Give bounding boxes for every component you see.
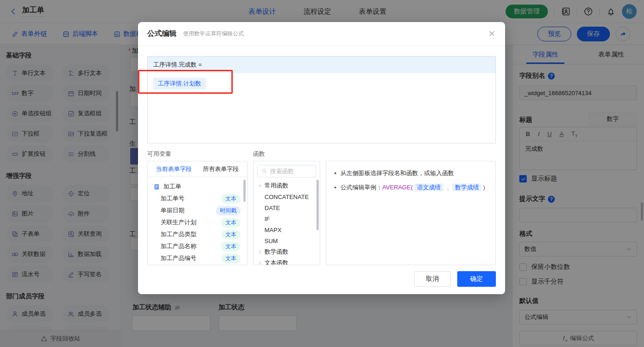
type-badge: 文本 — [221, 242, 241, 251]
variables-form-node[interactable]: 加工单 — [148, 181, 247, 193]
help-tip-2: 公式编辑举例：AVERAGE(语文成绩，数学成绩) — [334, 183, 487, 192]
search-icon — [261, 168, 267, 174]
functions-panel: 常用函数 CONCATENATE DATE IF MAPX SUM 数学函数 文… — [253, 161, 320, 265]
tab-all-form-fields[interactable]: 所有表单字段 — [203, 165, 239, 173]
function-name-example: AVERAGE( — [382, 184, 413, 191]
variable-row[interactable]: 加工产品名称文本 — [148, 240, 247, 252]
chevron-down-icon — [257, 183, 263, 188]
type-badge: 文本 — [221, 230, 241, 239]
variables-label: 可用变量 — [147, 150, 253, 158]
formula-help-panel: 从左侧面板选择字段名和函数，或输入函数 公式编辑举例：AVERAGE(语文成绩，… — [326, 161, 496, 265]
functions-label: 函数 — [253, 150, 326, 158]
chevron-right-icon — [257, 249, 263, 255]
function-item[interactable]: IF — [253, 213, 320, 224]
type-badge: 时间戳 — [216, 206, 241, 216]
functions-scrollbar[interactable] — [316, 180, 319, 230]
variable-row[interactable]: 加工产品编号文本 — [148, 252, 247, 264]
function-item[interactable]: CONCATENATE — [253, 191, 320, 202]
variables-scrollbar[interactable] — [243, 180, 246, 202]
function-group-math[interactable]: 数学函数 — [253, 246, 320, 257]
type-badge: 文本 — [221, 218, 241, 228]
function-search[interactable] — [257, 165, 316, 177]
function-item[interactable]: MAPX — [253, 224, 320, 235]
example-field-token: 数学成绩 — [452, 183, 482, 191]
function-item[interactable]: DATE — [253, 202, 320, 213]
formula-target: 工序详情.完成数 = — [148, 57, 495, 73]
close-icon[interactable] — [488, 29, 496, 38]
example-field-token: 语文成绩 — [414, 183, 443, 191]
formula-token[interactable]: 工序详情.计划数 — [153, 78, 206, 90]
app-window: 加工单 表单设计 流程设定 表单设置 数据管理 检 表单外链 后端 — [0, 0, 644, 347]
help-tip-1: 从左侧面板选择字段名和函数，或输入函数 — [334, 169, 487, 178]
function-search-input[interactable] — [270, 168, 312, 175]
tab-current-form-fields[interactable]: 当前表单字段 — [156, 165, 192, 173]
modal-subtitle: 使用数学运算符编辑公式 — [183, 30, 244, 38]
variables-panel: 当前表单字段 所有表单字段 加工单 加工单号文本 单据日期时间戳 关联生产计划文… — [147, 161, 247, 265]
variable-row[interactable]: 加工产品类型文本 — [148, 228, 247, 240]
type-badge: 文本 — [221, 254, 241, 263]
formula-editor-modal: 公式编辑 使用数学运算符编辑公式 工序详情.完成数 = 工序详情.计划数 可用变… — [138, 22, 505, 294]
function-group-common[interactable]: 常用函数 — [253, 180, 320, 191]
variable-row[interactable]: 加工单号文本 — [148, 193, 247, 205]
formula-editor[interactable]: 工序详情.完成数 = 工序详情.计划数 — [147, 56, 496, 143]
variable-row[interactable]: 单据日期时间戳 — [148, 205, 247, 216]
function-group-text[interactable]: 文本函数 — [253, 257, 320, 265]
function-item[interactable]: SUM — [253, 235, 320, 246]
form-doc-icon — [153, 183, 160, 190]
type-badge: 文本 — [221, 194, 241, 204]
chevron-right-icon — [257, 260, 263, 265]
modal-title: 公式编辑 — [147, 29, 177, 39]
confirm-button[interactable]: 确定 — [457, 271, 496, 287]
variable-row[interactable]: 关联生产计划文本 — [148, 216, 247, 228]
cancel-button[interactable]: 取消 — [414, 271, 451, 287]
